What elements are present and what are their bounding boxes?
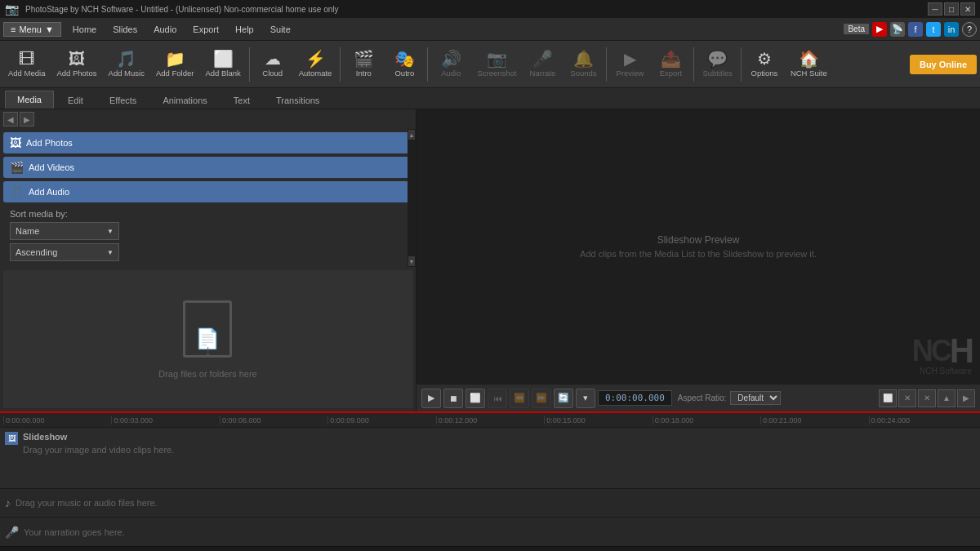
twitter-icon[interactable]: t bbox=[926, 22, 941, 37]
preview-close-button[interactable]: ✕ bbox=[918, 389, 936, 407]
help-icon[interactable]: ? bbox=[962, 22, 977, 37]
facebook-icon[interactable]: f bbox=[908, 22, 923, 37]
narration-track-icon: 🎤 bbox=[5, 526, 19, 539]
tab-transitions[interactable]: Transitions bbox=[264, 91, 332, 109]
youtube-icon[interactable]: ▶ bbox=[872, 22, 887, 37]
close-button[interactable]: ✕ bbox=[960, 2, 975, 16]
add-photos-btn[interactable]: 🖼 Add Photos bbox=[3, 132, 412, 153]
options-button[interactable]: ⚙ Options bbox=[745, 43, 784, 86]
narration-track[interactable]: 🎤 Your narration goes here. bbox=[0, 518, 980, 546]
mini-btn-next[interactable]: ▶ bbox=[20, 112, 34, 127]
play-button[interactable]: ▶ bbox=[421, 389, 441, 408]
slideshow-track[interactable]: 🖼 Slideshow Drag your image and video cl… bbox=[0, 428, 980, 489]
subtitles-icon: 💬 bbox=[707, 51, 728, 67]
minimize-button[interactable]: ─ bbox=[928, 2, 942, 16]
title-bar-controls: ─ □ ✕ bbox=[928, 2, 975, 16]
skip-to-start-button[interactable]: ⏮ bbox=[488, 389, 507, 408]
aspect-ratio-select[interactable]: Default bbox=[730, 391, 781, 405]
export-button: 📤 Export bbox=[651, 43, 690, 86]
preview-settings-button[interactable]: ▶ bbox=[957, 389, 975, 407]
title-text: PhotoStage by NCH Software - Untitled - … bbox=[25, 5, 339, 14]
add-photos-button[interactable]: 🖼 Add Photos bbox=[51, 43, 101, 86]
rss-icon[interactable]: 📡 bbox=[890, 22, 905, 37]
step-forward-button[interactable]: ⏩ bbox=[532, 389, 551, 408]
preview-shrink-button[interactable]: ⬜ bbox=[879, 389, 897, 407]
add-media-button[interactable]: 🎞 Add Media bbox=[3, 43, 50, 86]
sounds-label: Sounds bbox=[570, 69, 596, 78]
audio-button: 🔊 Audio bbox=[431, 43, 470, 86]
menu-item-suite[interactable]: Suite bbox=[262, 21, 299, 38]
buy-online-button[interactable]: Buy Online bbox=[910, 55, 977, 74]
more-transport-button[interactable]: ▾ bbox=[576, 389, 595, 408]
cloud-button[interactable]: ☁ Cloud bbox=[253, 43, 292, 86]
ruler-marks: 0:00:00.000 0:00:03.000 0:00:06.000 0:00… bbox=[0, 416, 980, 424]
nch-suite-icon: 🏠 bbox=[799, 51, 819, 67]
sounds-button: 🔔 Sounds bbox=[564, 43, 603, 86]
tab-edit[interactable]: Edit bbox=[56, 91, 96, 109]
outro-label: Outro bbox=[394, 69, 414, 78]
stop-button[interactable]: ⏹ bbox=[443, 389, 463, 408]
add-media-label: Add Media bbox=[8, 69, 45, 78]
slideshow-track-icons: 🖼 bbox=[5, 432, 18, 445]
preview-close-x-button[interactable]: ✕ bbox=[898, 389, 916, 407]
add-photos-btn-label: Add Photos bbox=[26, 138, 73, 148]
ruler-mark-0: 0:00:00.000 bbox=[3, 416, 111, 424]
right-panel: Slideshow Preview Add clips from the Med… bbox=[416, 109, 980, 411]
sort-by-label: Sort media by: bbox=[10, 209, 406, 219]
cloud-icon: ☁ bbox=[265, 51, 281, 67]
toolbar-sep-6 bbox=[741, 47, 742, 82]
tab-media[interactable]: Media bbox=[5, 91, 54, 109]
screenshot-icon: 📷 bbox=[487, 51, 507, 67]
tab-text[interactable]: Text bbox=[221, 91, 262, 109]
ruler-mark-2: 0:00:06.000 bbox=[220, 416, 327, 424]
add-audio-btn[interactable]: 🎵 Add Audio bbox=[3, 181, 412, 202]
tab-animations[interactable]: Animations bbox=[150, 91, 219, 109]
add-media-icon: 🎞 bbox=[19, 51, 35, 67]
add-folder-button[interactable]: 📁 Add Folder bbox=[151, 43, 198, 86]
intro-button[interactable]: 🎬 Intro bbox=[344, 43, 383, 86]
export-label: Export bbox=[660, 69, 682, 78]
timecode-display: 0:00:00.000 bbox=[598, 390, 672, 406]
scrollbar-up-btn[interactable]: ▲ bbox=[408, 130, 415, 140]
automate-button[interactable]: ⚡ Automate bbox=[294, 43, 337, 86]
options-icon: ⚙ bbox=[757, 51, 772, 67]
ruler-mark-6: 0:00:18.000 bbox=[653, 416, 760, 424]
add-blank-button[interactable]: ⬜ Add Blank bbox=[200, 43, 245, 86]
slideshow-track-label: Slideshow bbox=[23, 432, 174, 442]
linkedin-icon[interactable]: in bbox=[944, 22, 959, 37]
add-videos-btn[interactable]: 🎬 Add Videos bbox=[3, 157, 412, 178]
add-photos-label: Add Photos bbox=[56, 69, 96, 78]
sort-order-select[interactable]: Ascending ▼ bbox=[10, 243, 119, 261]
screenshot-label: Screenshot bbox=[477, 69, 516, 78]
preview-expand-button[interactable]: ▲ bbox=[938, 389, 956, 407]
maximize-button[interactable]: □ bbox=[944, 2, 959, 16]
add-music-button[interactable]: 🎵 Add Music bbox=[104, 43, 149, 86]
drag-files-area[interactable]: 📄 ↓ Drag files or folders here bbox=[3, 270, 412, 408]
outro-button[interactable]: 🎭 Outro bbox=[385, 43, 424, 86]
menu-item-help[interactable]: Help bbox=[227, 21, 262, 38]
step-back-button[interactable]: ⏪ bbox=[510, 389, 529, 408]
menu-item-export[interactable]: Export bbox=[185, 21, 227, 38]
loop-button[interactable]: ⬜ bbox=[466, 389, 485, 408]
toolbar-sep-2 bbox=[340, 47, 341, 82]
title-bar: 📷 PhotoStage by NCH Software - Untitled … bbox=[0, 0, 980, 18]
nch-suite-button[interactable]: 🏠 NCH Suite bbox=[786, 43, 832, 86]
mini-btn-prev[interactable]: ◀ bbox=[3, 112, 18, 127]
media-scrollbar[interactable]: ▲ ▼ bbox=[408, 129, 416, 267]
loop-toggle-button[interactable]: 🔄 bbox=[554, 389, 573, 408]
sort-name-select[interactable]: Name ▼ bbox=[10, 222, 119, 240]
menu-item-audio[interactable]: Audio bbox=[145, 21, 185, 38]
ruler-mark-1: 0:00:03.000 bbox=[111, 416, 219, 424]
main-content: ◀ ▶ 🖼 Add Photos 🎬 Add Videos 🎵 Add Audi… bbox=[0, 109, 980, 411]
tab-bar: Media Edit Effects Animations Text Trans… bbox=[0, 88, 980, 109]
audio-track[interactable]: ♪ Drag your music or audio files here. bbox=[0, 489, 980, 518]
sort-name-wrapper: Name ▼ bbox=[10, 222, 406, 240]
intro-icon: 🎬 bbox=[354, 51, 374, 67]
menu-item-slides[interactable]: Slides bbox=[105, 21, 145, 38]
tab-effects[interactable]: Effects bbox=[97, 91, 149, 109]
automate-icon: ⚡ bbox=[305, 51, 326, 67]
scrollbar-down-btn[interactable]: ▼ bbox=[408, 256, 415, 266]
menu-item-home[interactable]: Home bbox=[65, 21, 105, 38]
slideshow-track-icon: 🖼 bbox=[5, 432, 18, 445]
menu-button[interactable]: ≡ Menu ▼ bbox=[3, 22, 61, 37]
